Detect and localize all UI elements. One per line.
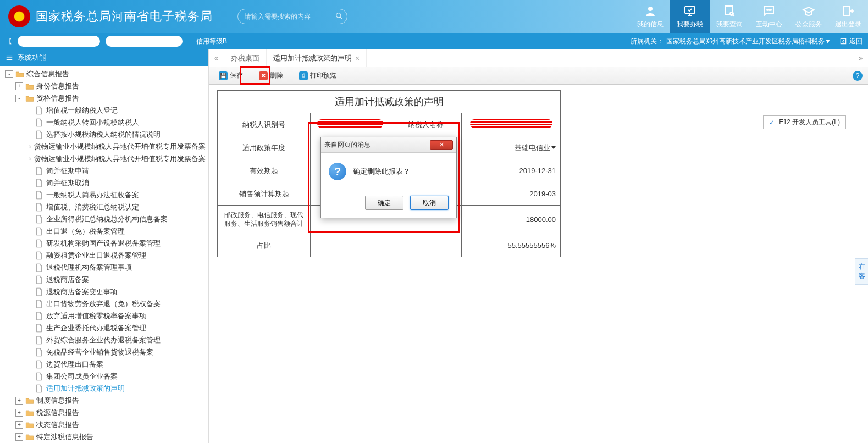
sidebar-header: 系统功能 <box>0 49 208 66</box>
tree-item-19[interactable]: 外贸综合服务企业代办退税备案管理 <box>0 334 208 346</box>
tree-item-3[interactable]: 货物运输业小规模纳税人异地代开增值税专用发票备案 <box>0 141 208 153</box>
tree-bottom-1[interactable]: +税源信息报告 <box>0 407 208 419</box>
taxpayer-id-value <box>311 113 390 136</box>
tree-item-21[interactable]: 边贸代理出口备案 <box>0 358 208 370</box>
tree-item-17[interactable]: 放弃适用增值税零税率备案事项 <box>0 310 208 322</box>
site-title: 国家税务总局河南省电子税务局 <box>36 8 213 25</box>
expand-icon[interactable]: + <box>15 397 23 405</box>
svg-rect-13 <box>841 38 845 43</box>
save-icon: 💾 <box>219 71 228 80</box>
nav-my-info[interactable]: 我的信息 <box>631 0 670 33</box>
print-preview-button[interactable]: ⎙ 打印预览 <box>295 69 341 82</box>
tree-item-9[interactable]: 企业所得税汇总纳税总分机构信息备案 <box>0 213 208 225</box>
collapse-icon[interactable]: - <box>5 70 13 78</box>
tab-prev-button[interactable]: « <box>209 49 224 67</box>
dialog-titlebar[interactable]: 来自网页的消息 ✕ <box>321 137 456 153</box>
tree-item-16[interactable]: 出口货物劳务放弃退（免）税权备案 <box>0 298 208 310</box>
expand-icon[interactable]: + <box>15 409 23 417</box>
tree-item-4[interactable]: 货物运输业小规模纳税人异地代开增值税专用发票备案 <box>0 153 208 165</box>
sidebar-title: 系统功能 <box>18 53 46 63</box>
svg-line-1 <box>340 17 342 19</box>
back-link[interactable]: 返回 <box>839 37 863 46</box>
print-icon: ⎙ <box>299 71 308 80</box>
tree-root[interactable]: -综合信息报告 <box>0 68 208 80</box>
svg-point-0 <box>336 13 341 18</box>
online-service-float[interactable]: 在客 <box>855 258 868 285</box>
confirm-dialog: 来自网页的消息 ✕ ? 确定删除此报表？ 确定 取消 <box>320 137 457 218</box>
svg-point-11 <box>770 9 771 10</box>
tree-item-1[interactable]: 一般纳税人转回小规模纳税人 <box>0 117 208 129</box>
dialog-close-button[interactable]: ✕ <box>430 140 453 150</box>
tree-item-10[interactable]: 出口退（免）税备案管理 <box>0 225 208 237</box>
nav-public[interactable]: 公众服务 <box>789 0 828 33</box>
nav-interact[interactable]: 互动中心 <box>749 0 789 33</box>
menu-icon <box>5 54 13 62</box>
expand-icon[interactable]: + <box>15 82 23 90</box>
dialog-title-text: 来自网页的消息 <box>324 140 371 149</box>
tree-item-5[interactable]: 简并征期申请 <box>0 165 208 177</box>
org-label: 所属机关： <box>631 37 664 46</box>
svg-rect-14 <box>7 56 13 56</box>
delete-button[interactable]: ✖ 删除 <box>255 69 288 82</box>
save-button[interactable]: 💾 保存 <box>214 69 247 82</box>
svg-rect-6 <box>726 6 732 15</box>
close-icon[interactable]: × <box>355 54 360 63</box>
search-icon[interactable] <box>335 12 343 20</box>
tab-declaration[interactable]: 适用加计抵减政策的声明 × <box>267 49 367 67</box>
tree-item-13[interactable]: 退税代理机构备案管理事项 <box>0 262 208 274</box>
tree-item-7[interactable]: 一般纳税人简易办法征收备案 <box>0 189 208 201</box>
search-box <box>237 9 347 24</box>
svg-point-10 <box>769 9 770 10</box>
tab-next-button[interactable]: » <box>853 49 868 67</box>
help-icon[interactable]: ? <box>853 71 863 81</box>
tree-bottom-3[interactable]: +特定涉税信息报告 <box>0 431 208 443</box>
tree-item-2[interactable]: 选择按小规模纳税人纳税的情况说明 <box>0 129 208 141</box>
check-icon: ✓ <box>769 119 775 126</box>
nav-do-tax[interactable]: 我要办税 <box>670 0 710 33</box>
svg-line-8 <box>733 15 734 16</box>
nav-query[interactable]: 我要查询 <box>710 0 749 33</box>
chevron-down-icon <box>551 146 556 149</box>
dialog-ok-button[interactable]: 确定 <box>365 196 403 210</box>
org-select[interactable]: 国家税务总局郑州高新技术产业开发区税务局梧桐税务▼ <box>666 37 831 46</box>
exit-icon <box>842 4 855 18</box>
tree-item-20[interactable]: 免税品经营企业销售货物退税备案 <box>0 346 208 358</box>
expand-icon[interactable]: + <box>15 421 23 429</box>
toolbar: 💾 保存 ✖ 删除 ⎙ 打印预览 ? <box>209 67 868 85</box>
chat-icon <box>762 4 776 18</box>
taxpayer-name-value <box>462 113 561 136</box>
tree-item-23[interactable]: 适用加计抵减政策的声明 <box>0 383 208 395</box>
tab-desktop[interactable]: 办税桌面 <box>224 49 267 67</box>
collapse-icon[interactable]: - <box>15 95 23 102</box>
taxpayer-name-label: 纳税人名称 <box>390 113 462 136</box>
nav-tree: -综合信息报告+身份信息报告-资格信息报告增值税一般纳税人登记一般纳税人转回小规… <box>0 66 208 443</box>
tree-bottom-0[interactable]: +制度信息报告 <box>0 395 208 407</box>
tree-item-11[interactable]: 研发机构采购国产设备退税备案管理 <box>0 237 208 250</box>
tree-item-0[interactable]: 增值税一般纳税人登记 <box>0 104 208 117</box>
sales-period-to[interactable]: 2019-03 <box>462 182 561 206</box>
redacted-company <box>106 36 183 47</box>
expand-icon[interactable]: + <box>15 433 23 441</box>
tree-id-info[interactable]: +身份信息报告 <box>0 80 208 92</box>
back-icon <box>839 37 847 45</box>
tree-item-18[interactable]: 生产企业委托代办退税备案管理 <box>0 322 208 334</box>
tree-qual-info[interactable]: -资格信息报告 <box>0 92 208 104</box>
nav-logout[interactable]: 退出登录 <box>828 0 868 33</box>
dialog-cancel-button[interactable]: 取消 <box>410 196 449 210</box>
search-input[interactable] <box>237 9 347 24</box>
dev-tools-toggle[interactable]: ✓ F12 开发人员工具(L) <box>763 115 846 129</box>
delete-icon: ✖ <box>259 71 268 80</box>
tree-item-15[interactable]: 退税商店备案变更事项 <box>0 286 208 298</box>
valid-to-value[interactable]: 2019-12-31 <box>462 159 561 182</box>
taxpayer-id-label: 纳税人识别号 <box>218 113 311 136</box>
tree-item-12[interactable]: 融资租赁企业出口退税备案管理 <box>0 250 208 262</box>
doc-search-icon <box>723 4 736 18</box>
industry-select[interactable]: 基础电信业 <box>462 136 561 159</box>
tree-bottom-2[interactable]: +状态信息报告 <box>0 419 208 431</box>
user-icon <box>644 4 657 18</box>
tree-item-22[interactable]: 集团公司成员企业备案 <box>0 370 208 383</box>
content-area: « 办税桌面 适用加计抵减政策的声明 × » 💾 保存 ✖ 删除 ⎙ <box>209 49 868 443</box>
tree-item-14[interactable]: 退税商店备案 <box>0 274 208 286</box>
tree-item-8[interactable]: 增值税、消费税汇总纳税认定 <box>0 201 208 213</box>
tree-item-6[interactable]: 简并征期取消 <box>0 177 208 189</box>
